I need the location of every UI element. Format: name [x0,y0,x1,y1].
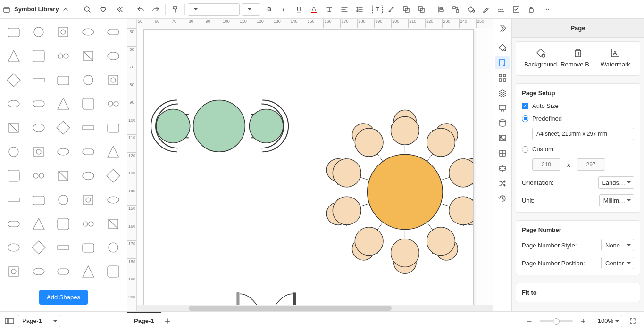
text-transform-icon[interactable] [323,3,336,16]
present-icon[interactable] [495,101,510,115]
shape-thumbnail[interactable] [28,261,50,282]
green-table[interactable] [193,100,245,152]
tab-page-1[interactable]: Page-1 [127,312,161,330]
shape-thumbnail[interactable] [52,93,75,114]
shape-thumbnail[interactable] [102,93,124,114]
page-surface[interactable] [143,29,474,311]
predefined-size-input[interactable] [532,128,634,140]
bold-icon[interactable]: B [262,3,276,16]
undo-icon[interactable] [134,3,147,16]
shape-thumbnail[interactable] [28,237,50,258]
shape-thumbnail[interactable] [52,22,75,42]
align-icon[interactable] [338,3,351,16]
shape-thumbnail[interactable] [28,46,50,66]
shape-thumbnail[interactable] [77,237,100,258]
shape-thumbnail[interactable] [102,261,124,282]
canvas[interactable]: 5060708090100110120130140150160170180190… [127,19,493,311]
pn-pos-select[interactable]: Center [601,257,634,269]
shape-thumbnail[interactable] [3,117,25,138]
shape-thumbnail[interactable] [28,214,50,234]
stroke-color-icon[interactable] [479,3,493,16]
shape-thumbnail[interactable] [77,214,100,234]
redo-icon[interactable] [149,3,162,16]
shape-thumbnail[interactable] [52,165,75,186]
shape-thumbnail[interactable] [3,261,25,282]
shape-thumbnail[interactable] [52,117,75,138]
shape-thumbnail[interactable] [52,70,75,91]
pn-style-select[interactable]: None [601,239,634,251]
text-box-icon[interactable]: T [372,5,383,14]
shape-thumbnail[interactable] [102,117,124,138]
horizontal-scrollbar[interactable] [137,305,493,311]
custom-radio[interactable] [522,146,528,153]
zoom-in-icon[interactable] [577,314,590,328]
line-style-icon[interactable] [494,3,508,16]
fill-icon[interactable] [464,3,477,16]
shape-thumbnail[interactable] [52,141,75,162]
history-icon[interactable] [495,192,510,205]
shape-thumbnail[interactable] [102,70,124,91]
shape-thumbnail[interactable] [102,214,124,234]
align-left-icon[interactable] [434,3,447,16]
send-back-icon[interactable] [415,3,428,16]
collapse-left-icon[interactable] [113,3,126,16]
shape-thumbnail[interactable] [3,214,25,234]
shape-thumbnail[interactable] [3,141,25,162]
chevron-up-icon[interactable] [63,7,68,12]
group-icon[interactable] [449,3,462,16]
custom-height-input[interactable] [577,158,605,171]
watermark-button[interactable]: A Watermark [597,48,634,68]
shape-thumbnail[interactable] [3,165,25,186]
shape-thumbnail[interactable] [28,117,50,138]
custom-width-input[interactable] [532,158,560,171]
orientation-select[interactable]: Lands… [598,176,634,189]
page-layout-icon[interactable] [5,318,14,324]
shape-thumbnail[interactable] [102,22,124,42]
add-page-button[interactable] [161,314,174,328]
theme-icon[interactable] [495,41,510,54]
format-painter-icon[interactable] [168,3,182,16]
shape-thumbnail[interactable] [52,261,75,282]
shape-thumbnail[interactable] [77,190,100,210]
grid-snap-icon[interactable] [495,147,510,160]
font-color-icon[interactable]: A [308,3,321,16]
zoom-slider[interactable] [540,320,573,322]
shape-thumbnail[interactable] [3,237,25,258]
data-icon[interactable] [495,116,510,130]
shape-thumbnail[interactable] [52,190,75,210]
shape-thumbnail[interactable] [28,190,50,210]
auto-size-checkbox[interactable] [522,103,528,109]
predefined-radio[interactable] [522,116,528,122]
shape-thumbnail[interactable] [77,261,100,282]
lock-icon[interactable] [525,3,538,16]
shape-thumbnail[interactable] [102,237,124,258]
unit-select[interactable]: Millim… [599,194,634,206]
shape-thumbnail[interactable] [28,93,50,114]
image-icon[interactable] [495,132,510,145]
shape-thumbnail[interactable] [28,70,50,91]
page-setup-icon[interactable] [495,56,510,69]
shape-thumbnail[interactable] [102,190,124,210]
background-button[interactable]: Background [522,48,559,68]
shape-thumbnail[interactable] [52,46,75,66]
shape-thumbnail[interactable] [77,70,100,91]
underline-icon[interactable]: U [293,3,306,16]
components-icon[interactable] [495,71,510,84]
shape-thumbnail[interactable] [52,237,75,258]
shape-thumbnail[interactable] [102,46,124,66]
zoom-out-icon[interactable] [523,314,536,328]
shape-thumbnail[interactable] [3,70,25,91]
shape-thumbnail[interactable] [28,141,50,162]
remove-bg-button[interactable]: Remove B… [560,48,596,68]
shape-thumbnail[interactable] [77,46,100,66]
shape-thumbnail[interactable] [52,214,75,234]
shape-thumbnail[interactable] [77,141,100,162]
shuffle-icon[interactable] [495,177,510,190]
search-icon[interactable] [81,3,94,16]
shape-thumbnail[interactable] [77,93,100,114]
layers-icon[interactable] [495,86,510,99]
line-spacing-icon[interactable] [353,3,366,16]
align-tools-icon[interactable] [495,162,510,175]
more-icon[interactable] [540,3,553,16]
green-chair-left[interactable] [151,100,190,152]
